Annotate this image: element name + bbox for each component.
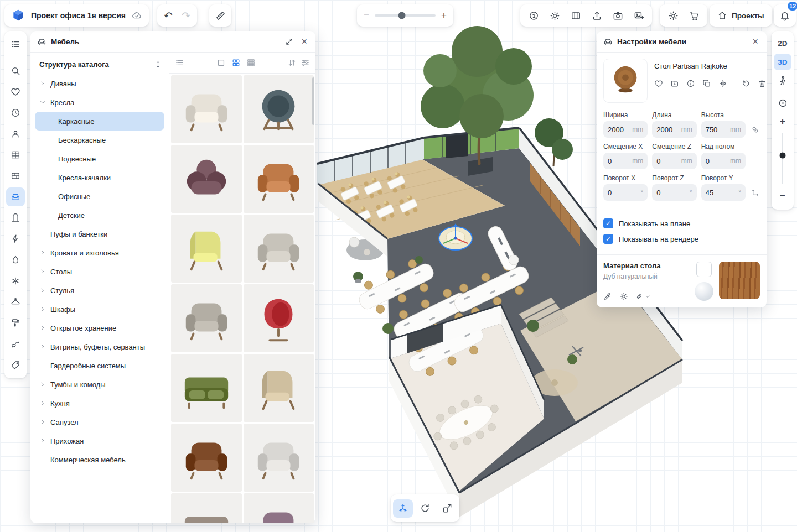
zoom-slider-dot[interactable] xyxy=(398,12,406,19)
sort-icon[interactable] xyxy=(287,58,297,67)
eyedropper-icon[interactable] xyxy=(603,292,612,301)
product-thumbnail[interactable] xyxy=(244,215,314,283)
product-thumbnail[interactable] xyxy=(171,424,242,492)
catalog-tree-item[interactable]: Открытое хранение xyxy=(35,319,164,337)
checkbox-checked-icon[interactable]: ✓ xyxy=(603,234,613,244)
product-thumbnail[interactable] xyxy=(171,284,242,352)
sidebar-item-heart[interactable] xyxy=(6,82,25,101)
expand-panel-icon[interactable] xyxy=(283,38,295,46)
zoom-out-rail-button[interactable]: − xyxy=(774,187,791,204)
mode-2d-button[interactable]: 2D xyxy=(774,35,791,51)
lock-proportions-icon[interactable] xyxy=(751,126,759,134)
project-title[interactable]: Проект офиса 1я версия xyxy=(31,11,126,20)
sidebar-item-squiggle[interactable] xyxy=(6,335,25,353)
snapshot-button[interactable] xyxy=(608,7,628,24)
duplicate-icon[interactable] xyxy=(702,79,711,88)
catalog-tree-item[interactable]: Пуфы и банкетки xyxy=(35,225,164,243)
sidebar-item-user[interactable] xyxy=(6,124,25,143)
cart-button[interactable] xyxy=(684,7,704,24)
catalog-tree-item[interactable]: Гардеробные системы xyxy=(35,356,164,375)
sidebar-item-bolt[interactable] xyxy=(6,230,25,248)
view-grid-medium-icon[interactable] xyxy=(231,58,241,67)
catalog-tree-item[interactable]: Тумбы и комоды xyxy=(35,375,164,394)
sidebar-item-clock[interactable] xyxy=(6,103,25,122)
product-thumbnail[interactable] xyxy=(244,354,314,422)
catalog-tree-item[interactable]: Столы xyxy=(35,262,164,281)
product-thumbnail[interactable] xyxy=(244,145,314,213)
sidebar-item-tag[interactable] xyxy=(6,356,25,374)
catalog-tree-item[interactable]: Коммерческая мебель xyxy=(35,450,164,469)
close-panel-button[interactable]: × xyxy=(299,36,309,48)
view-grid-small-icon[interactable] xyxy=(246,58,256,67)
product-thumbnail[interactable] xyxy=(171,215,242,283)
sidebar-item-roller[interactable] xyxy=(6,314,25,332)
material-texture-oak[interactable] xyxy=(719,262,760,299)
redo-button[interactable]: ↷ xyxy=(182,9,190,22)
export-button[interactable] xyxy=(587,7,607,24)
sidebar-item-flower[interactable] xyxy=(6,272,25,290)
close-inspector-button[interactable]: × xyxy=(751,36,760,48)
catalog-tree-item[interactable]: Детские xyxy=(35,206,164,225)
offset-input[interactable]: 0mm xyxy=(701,153,746,169)
list-view-icon[interactable] xyxy=(175,58,184,67)
offset-input[interactable]: 0mm xyxy=(652,153,696,169)
catalog-tree-item[interactable]: Кресла-качалки xyxy=(35,168,164,187)
walk-mode-button[interactable] xyxy=(774,72,791,89)
floor-selector-button[interactable] xyxy=(524,7,544,24)
collapse-all-icon[interactable] xyxy=(154,60,162,69)
checkbox-checked-icon[interactable]: ✓ xyxy=(603,218,613,228)
layout-panels-button[interactable] xyxy=(566,7,586,24)
material-settings-icon[interactable] xyxy=(619,292,628,301)
minimize-button[interactable]: — xyxy=(734,37,746,46)
dimension-input[interactable]: 2000mm xyxy=(603,121,648,138)
rotation-input[interactable]: 45° xyxy=(701,184,746,201)
catalog-tree-item[interactable]: Кресла xyxy=(35,93,164,112)
app-logo-icon[interactable] xyxy=(11,8,25,23)
sidebar-item-grid-cells[interactable] xyxy=(6,145,25,164)
zoom-out-button[interactable]: − xyxy=(364,10,369,21)
catalog-tree-item[interactable]: Бескаркасные xyxy=(35,131,164,149)
rotation-input[interactable]: 0° xyxy=(652,184,696,201)
catalog-tree-item[interactable]: Подвесные xyxy=(35,149,164,168)
sidebar-item-blocks[interactable] xyxy=(6,166,25,185)
rotate-tool-button[interactable] xyxy=(415,499,435,518)
catalog-tree-item[interactable]: Диваны xyxy=(35,74,164,93)
catalog-tree-item[interactable]: Витрины, буфеты, серванты xyxy=(35,337,164,356)
info-icon[interactable] xyxy=(686,79,695,88)
product-thumbnail[interactable] xyxy=(171,75,242,143)
catalog-tree-item[interactable]: Кухня xyxy=(35,394,164,413)
slider-handle[interactable] xyxy=(780,153,786,159)
undo-button[interactable]: ↶ xyxy=(164,9,173,22)
zoom-slider[interactable] xyxy=(375,14,436,17)
catalog-tree-item[interactable]: Каркасные xyxy=(35,112,164,131)
move-tool-button[interactable] xyxy=(393,499,413,518)
product-thumbnail[interactable] xyxy=(171,354,242,422)
swap-axes-icon[interactable] xyxy=(751,189,759,197)
sidebar-item-hanger[interactable] xyxy=(6,293,25,311)
catalog-tree-item[interactable]: Кровати и изголовья xyxy=(35,243,164,262)
material-preview-sphere[interactable] xyxy=(695,282,713,301)
sidebar-item-drop[interactable] xyxy=(6,251,25,269)
product-thumbnail[interactable] xyxy=(244,424,314,492)
scale-tool-button[interactable] xyxy=(437,499,457,518)
product-thumbnail[interactable] xyxy=(244,284,314,352)
sidebar-item-menu[interactable] xyxy=(6,35,25,54)
mode-3d-button[interactable]: 3D xyxy=(774,54,791,70)
material-link-icon[interactable] xyxy=(635,293,650,301)
sidebar-item-sofa[interactable] xyxy=(6,187,25,206)
rotation-input[interactable]: 0° xyxy=(603,184,648,201)
catalog-tree-item[interactable]: Стулья xyxy=(35,281,164,300)
settings-button[interactable] xyxy=(663,7,683,24)
dimension-input[interactable]: 750mm xyxy=(701,121,746,138)
sidebar-item-search[interactable] xyxy=(6,61,25,80)
ruler-icon[interactable] xyxy=(215,11,226,21)
favorite-icon[interactable] xyxy=(654,79,663,88)
sidebar-item-door[interactable] xyxy=(6,208,25,227)
daylight-button[interactable] xyxy=(545,7,565,24)
cloud-sync-icon[interactable] xyxy=(131,10,142,21)
reset-icon[interactable] xyxy=(742,79,751,88)
catalog-tree-item[interactable]: Шкафы xyxy=(35,300,164,319)
notifications-card[interactable]: 12 xyxy=(774,4,796,27)
product-thumbnail[interactable] xyxy=(244,75,314,143)
dimension-input[interactable]: 2000mm xyxy=(652,121,696,138)
